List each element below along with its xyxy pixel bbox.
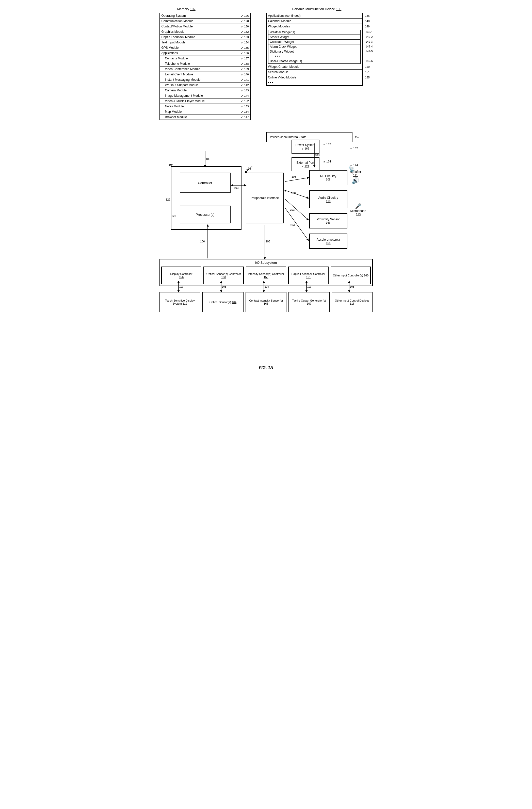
processor-box: Processor(s): [180, 206, 230, 223]
weather-widget-row: Weather Widget(s) 149-1: [269, 30, 360, 35]
microphone-icon: 🎤: [350, 203, 366, 209]
device-label: Portable Multifunction Device 100: [269, 7, 365, 11]
svg-line-6: [285, 178, 308, 182]
memory-row-email: E-mail Client Module ↙ 140: [160, 72, 251, 77]
microphone-label: 🎤 Microphone 113: [350, 203, 366, 216]
proximity-sensor-box: Proximity Sensor 166: [309, 213, 347, 228]
svg-text:↙ 162: ↙ 162: [323, 143, 331, 146]
widget-inner-box: Weather Widget(s) 149-1 Stocks Widget 14…: [268, 30, 361, 64]
svg-line-8: [285, 190, 308, 198]
apps-continued-row: Applications (continued) 136: [267, 13, 362, 19]
device-box: Applications (continued) 136 Calendar Mo…: [266, 13, 363, 86]
external-port-box: External Port ↙ 124: [292, 157, 320, 171]
user-widget-row: User-Created Widget(s) 149-6: [269, 59, 360, 64]
memory-row-gps: GPS Module ↙ 135: [160, 45, 251, 51]
memory-row-textinput: Text Input Module ↙ 134: [160, 40, 251, 45]
memory-row-imagemgmt: Image Management Module ↙ 144: [160, 93, 251, 99]
svg-text:103: 103: [290, 223, 295, 226]
svg-text:103: 103: [206, 157, 210, 160]
memory-label: Memory 102: [177, 7, 195, 11]
memory-row-contacts: Contacts Module ↙ 137: [160, 56, 251, 61]
memory-row-videoplayer: Video & Music Player Module ↙ 152: [160, 99, 251, 104]
io-label: I/O Subsystem: [161, 261, 371, 264]
memory-row-browser: Browser Module ↙ 147: [160, 115, 251, 120]
apps-calendar-row: Calendar Module 148: [267, 19, 362, 24]
contact-intensity-box: Contact Intensity Sensor(s) 165: [245, 292, 287, 312]
figure-label: FIG. 1A: [157, 365, 375, 370]
memory-row-graphics: Graphics Module ↙ 132: [160, 29, 251, 35]
memory-row-comm: Communication Module ↙ 128: [160, 19, 251, 24]
ref-124: ↙ 124: [350, 164, 358, 167]
memory-row-camera: Camera Module ↙ 143: [160, 88, 251, 93]
svg-text:103: 103: [265, 240, 270, 243]
ref-162: ↙ 162: [350, 147, 358, 150]
io-other-ctrl: Other Input Controller(s) 160: [331, 266, 371, 284]
io-devices-row: Touch-Sensitive Display System 112 Optic…: [159, 292, 373, 312]
memory-row-im: Instant Messaging Module ↙ 141: [160, 77, 251, 83]
tactile-output-box: Tactile Output Generator(s) 167: [289, 292, 330, 312]
ref-157: ↙ 157: [350, 170, 358, 173]
memory-box: Operating System ↙ 126 Communication Mod…: [159, 13, 251, 120]
io-optical-ctrl: Optical Sensor(s) Controller 158: [203, 266, 244, 284]
io-haptic-ctrl: Haptic Feedback Controller 161: [288, 266, 329, 284]
svg-text:118: 118: [246, 167, 251, 170]
memory-row-os: Operating System ↙ 126: [160, 13, 251, 19]
svg-text:106: 106: [200, 240, 205, 243]
power-system-box: Power System ↙ 162: [292, 140, 320, 154]
svg-line-12: [285, 208, 308, 240]
cpu-ref-122: 122: [166, 198, 170, 201]
rf-circuitry-box: RF Circuitry 108: [309, 170, 347, 185]
cpu-ref-104: 104: [169, 163, 173, 166]
speaker-icon: 🔊: [350, 177, 361, 184]
apps-widget-row: Widget Modules 149: [267, 24, 362, 29]
stocks-widget-row: Stocks Widget 149-2: [269, 35, 360, 39]
memory-row-map: Map Module ↙ 154: [160, 109, 251, 115]
memory-row-apps: Applications ↙ 136: [160, 51, 251, 56]
memory-row-telephone: Telephone Module ↙ 138: [160, 61, 251, 67]
svg-line-32: [245, 166, 252, 173]
accelerometer-box: Accelerometer(s) 168: [309, 234, 347, 249]
dict-widget-row: Dictionary Widget 149-5: [269, 49, 360, 54]
calculator-widget-row: Calculator Widget 149-3: [269, 39, 360, 45]
audio-circuitry-box: Audio Circuitry 110: [309, 190, 347, 208]
search-module-row: Search Module 151: [267, 70, 362, 75]
svg-text:103: 103: [291, 192, 296, 195]
widget-creator-row: Widget Creator Module 150: [267, 64, 362, 70]
io-controllers-row: Display Controller156 Optical Sensor(s) …: [161, 266, 371, 284]
memory-row-videoconf: Video Conference Module ↙ 139: [160, 67, 251, 72]
memory-row-contact: Contact/Motion Module ↙ 130: [160, 24, 251, 29]
io-subsystem: I/O Subsystem Display Controller156 Opti…: [159, 259, 373, 286]
online-video-row: Online Video Module 155: [267, 75, 362, 80]
memory-row-workout: Workout Support Module ↙ 142: [160, 83, 251, 88]
svg-text:↙ 124: ↙ 124: [323, 160, 331, 163]
svg-line-10: [285, 199, 308, 220]
optical-sensor-box: Optical Sensor(s) 164: [202, 292, 243, 312]
other-input-box: Other Input Control Devices 116: [332, 292, 373, 312]
svg-text:103: 103: [292, 175, 296, 178]
apps-ellipsis: • • •: [267, 80, 362, 85]
controller-box: Controller: [180, 173, 230, 193]
alarm-widget-row: Alarm Clock Widget 149-4: [269, 45, 360, 49]
io-intensity-ctrl: Intensity Sensor(s) Controller 159: [246, 266, 286, 284]
peripherals-interface-box: Peripherals Interface: [246, 173, 284, 223]
memory-row-notes: Notes Module ↙ 153: [160, 104, 251, 109]
touch-display-box: Touch-Sensitive Display System 112: [159, 292, 201, 312]
memory-row-haptic: Haptic Feedback Module ↙ 133: [160, 35, 251, 40]
io-display-ctrl: Display Controller156: [161, 266, 202, 284]
widget-ellipsis-row: • • •: [269, 54, 360, 59]
svg-text:103: 103: [290, 208, 295, 211]
svg-text:103: 103: [315, 154, 320, 157]
